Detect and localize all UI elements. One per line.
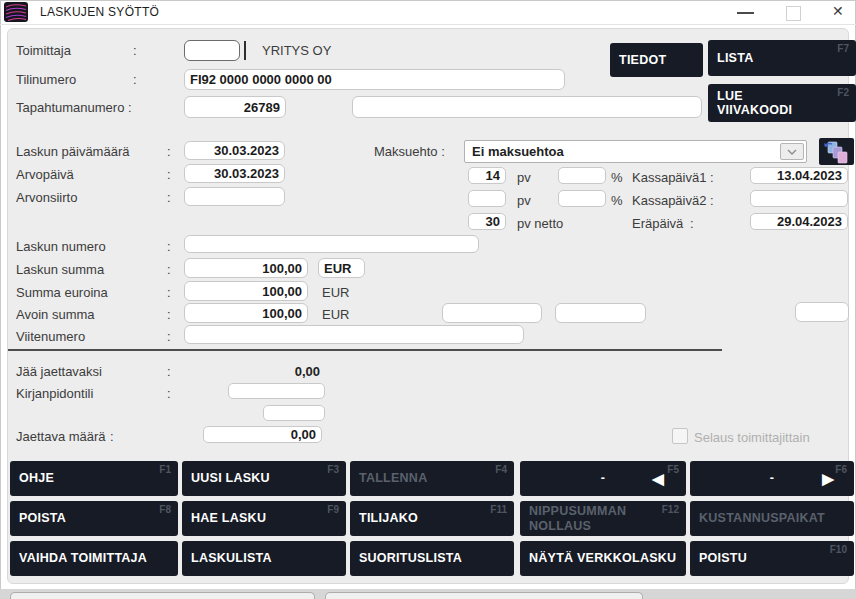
kirjanpidontili-input-2[interactable] (263, 405, 325, 421)
fkey-label: F8 (159, 504, 171, 516)
poistu-button[interactable]: POISTU F10 (690, 541, 854, 576)
jaa-jaettavaksi-label: Jää jaettavaksi (16, 364, 102, 379)
jaettava-maara-label: Jaettava määrä (16, 429, 106, 444)
fkey-label: F2 (837, 87, 849, 99)
colon: : (167, 386, 171, 401)
hae-lasku-button[interactable]: HAE LASKU F9 (182, 501, 346, 536)
viitenumero-input[interactable] (184, 325, 524, 344)
dropdown-arrow-button[interactable] (780, 143, 804, 160)
button-label: LASKULISTA (191, 551, 272, 565)
background-window-element (325, 592, 643, 599)
button-label: LUE VIIVAKOODI (717, 89, 817, 118)
avoin-extra-input-1[interactable] (442, 303, 542, 323)
close-button[interactable]: ✕ (832, 3, 844, 19)
tiedot-button[interactable]: TIEDOT (610, 43, 703, 77)
previous-button[interactable]: - ◀ F5 (520, 461, 686, 496)
laskun-summa-label: Laskun summa (16, 262, 104, 277)
dropdown-value: Ei maksuehtoa (472, 144, 564, 159)
kirjanpidontili-label: Kirjanpidontili (16, 386, 93, 401)
tallenna-button[interactable]: TALLENNA F4 (350, 461, 514, 496)
button-label: VAIHDA TOIMITTAJA (19, 551, 147, 565)
button-label: - (601, 471, 605, 485)
kassapaiva2-date-input[interactable] (750, 190, 848, 207)
kirjanpidontili-input[interactable] (228, 383, 325, 399)
kassa1-days-input[interactable] (468, 167, 506, 184)
toimittaja-input[interactable] (184, 40, 240, 61)
selaus-toimittajittain-checkbox[interactable] (672, 428, 688, 444)
jaettava-maara-input[interactable] (203, 426, 322, 443)
euroina-currency-label: EUR (322, 285, 349, 300)
chevron-down-icon (787, 149, 797, 155)
kassapaiva1-label: Kassapäivä1 : (632, 170, 714, 185)
button-label: OHJE (19, 471, 54, 485)
percent-sign: % (611, 170, 623, 185)
netto-days-input[interactable] (468, 213, 506, 230)
nippusumman-nollaus-button[interactable]: NIPPUSUMMAN NOLLAUS F12 (520, 501, 686, 536)
minimize-button[interactable] (737, 12, 754, 14)
next-button[interactable]: - ▶ F6 (690, 461, 854, 496)
kassa1-unit-label: pv (517, 170, 531, 185)
summa-euroina-input[interactable] (184, 281, 308, 301)
fkey-label: F11 (490, 504, 507, 516)
lue-viivakoodi-button[interactable]: LUE VIIVAKOODI F2 (708, 84, 856, 122)
cascade-copy-icon (819, 138, 854, 165)
laskun-paivamaara-label: Laskun päivämäärä (16, 144, 129, 159)
laskun-numero-input[interactable] (184, 235, 479, 253)
fkey-label: F6 (835, 464, 847, 476)
kassa2-pct-input[interactable] (558, 190, 606, 207)
kassapaiva2-label: Kassapäivä2 : (632, 193, 714, 208)
maksuehto-dropdown[interactable]: Ei maksuehtoa (464, 140, 807, 163)
currency-input[interactable] (318, 258, 365, 278)
ohje-button[interactable]: OHJE F1 (10, 461, 178, 496)
toimittaja-label: Toimittaja (16, 43, 71, 58)
nayta-verkkolasku-button[interactable]: NÄYTÄ VERKKOLASKU (520, 541, 686, 576)
titlebar-divider (0, 24, 856, 25)
kassa1-pct-input[interactable] (558, 167, 606, 184)
kassapaiva1-date-input[interactable] (750, 167, 848, 184)
supplier-name: YRITYS OY (262, 43, 331, 58)
poista-button[interactable]: POISTA F8 (10, 501, 178, 536)
colon: : (167, 285, 171, 300)
window-title: LASKUJEN SYÖTTÖ (40, 5, 159, 19)
colon: : (167, 364, 171, 379)
colon: : (690, 216, 694, 231)
arvopaiva-input[interactable] (184, 164, 285, 183)
laskulista-button[interactable]: LASKULISTA (182, 541, 346, 576)
arvonsiirto-input[interactable] (184, 187, 285, 206)
button-label: TALLENNA (359, 471, 427, 485)
jaa-jaettavaksi-value: 0,00 (230, 364, 320, 379)
button-label: POISTA (19, 511, 66, 525)
lista-button[interactable]: LISTA F7 (708, 40, 856, 76)
arrow-right-icon: ▶ (822, 470, 834, 487)
tapahtumanumero-input-2[interactable] (352, 96, 702, 118)
button-label: TILIJAKO (359, 511, 418, 525)
colon: : (167, 262, 171, 277)
section-divider (8, 349, 722, 351)
button-label: NÄYTÄ VERKKOLASKU (529, 551, 676, 565)
erapaiva-date-input[interactable] (750, 213, 848, 230)
uusi-lasku-button[interactable]: UUSI LASKU F3 (182, 461, 346, 496)
tilinumero-input[interactable] (184, 69, 565, 90)
laskun-summa-input[interactable] (184, 258, 308, 278)
suorituslista-button[interactable]: SUORITUSLISTA (350, 541, 514, 576)
button-label: SUORITUSLISTA (359, 551, 462, 565)
fkey-label: F12 (662, 504, 679, 516)
tapahtumanumero-input[interactable] (184, 96, 286, 118)
tilijako-button[interactable]: TILIJAKO F11 (350, 501, 514, 536)
erapaiva-label: Eräpäivä (632, 216, 683, 231)
vaihda-toimittaja-button[interactable]: VAIHDA TOIMITTAJA (10, 541, 178, 576)
button-label: UUSI LASKU (191, 471, 270, 485)
kassa2-days-input[interactable] (468, 190, 506, 207)
payment-terms-cascade-button[interactable] (819, 138, 854, 165)
colon: : (167, 329, 171, 344)
avoin-extra-input-3[interactable] (795, 302, 849, 322)
laskun-paivamaara-input[interactable] (184, 141, 285, 160)
button-label: TIEDOT (619, 53, 666, 67)
avoin-extra-input-2[interactable] (555, 303, 646, 323)
maximize-button[interactable] (786, 6, 801, 21)
viitenumero-label: Viitenumero (16, 329, 85, 344)
kustannuspaikat-button[interactable]: KUSTANNUSPAIKAT (690, 501, 854, 536)
avoin-summa-input[interactable] (184, 303, 308, 323)
fkey-label: F5 (667, 464, 679, 476)
background-window-element (10, 592, 315, 599)
